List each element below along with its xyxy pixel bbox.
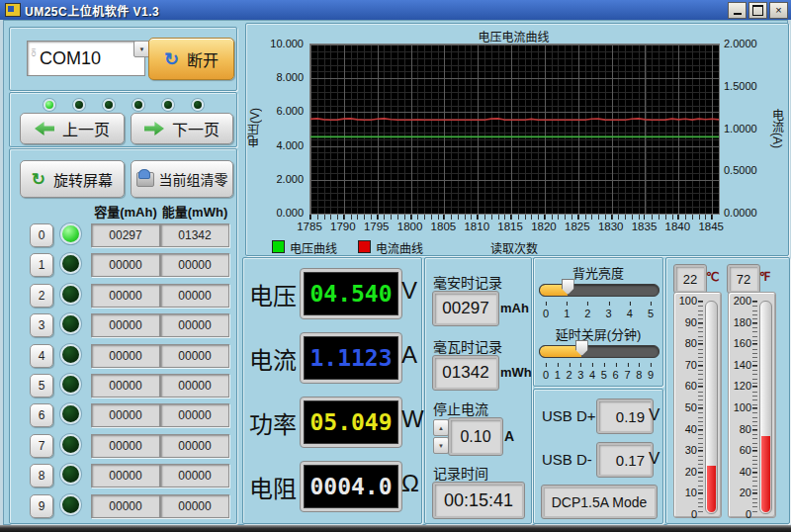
minimize-button[interactable] xyxy=(728,2,747,19)
group-index-button[interactable]: 1 xyxy=(30,253,53,277)
backlight-track[interactable] xyxy=(539,284,659,297)
current-legend-label: 电流曲线 xyxy=(376,239,423,256)
current-legend-swatch xyxy=(358,240,371,253)
backlight-ticks: 012345 xyxy=(539,302,658,321)
x-tick-label: 1845 xyxy=(698,221,724,232)
current-unit: A xyxy=(401,341,417,369)
rotate-screen-button[interactable]: ↻ 旋转屏幕 xyxy=(20,160,125,198)
capacity-value: 00000 xyxy=(91,374,160,398)
y-tick-label: 0.000 xyxy=(276,207,304,219)
spin-down-button[interactable]: ▼ xyxy=(433,437,449,454)
close-button[interactable]: × xyxy=(769,2,788,19)
current-label: 电流 xyxy=(249,341,297,376)
maximize-button[interactable] xyxy=(748,2,767,19)
window-bottom-border xyxy=(0,525,791,532)
resistance-label: 电阻 xyxy=(249,470,297,504)
group-index-button[interactable]: 5 xyxy=(30,374,53,398)
fahrenheit-mercury xyxy=(761,436,770,512)
backlight-slider[interactable] xyxy=(539,282,658,298)
mwh-record-label: 毫瓦时记录 xyxy=(433,336,502,356)
energy-value: 00000 xyxy=(160,494,229,518)
com-port-select[interactable]: I/O COM10 xyxy=(27,41,145,76)
screen-off-track[interactable] xyxy=(539,345,659,358)
capacity-value: 00000 xyxy=(91,284,160,308)
next-page-button[interactable]: 下一页 xyxy=(131,113,233,144)
arrow-left-icon xyxy=(35,122,54,135)
clear-group-label: 当前组清零 xyxy=(159,169,228,189)
resistance-display: 0004.0 xyxy=(301,462,401,511)
table-row: 30000000000 xyxy=(10,310,236,340)
thermometer-tick-label: 30 xyxy=(685,444,697,456)
slider-tick-label: 8 xyxy=(636,369,642,381)
x-tick-label: 1830 xyxy=(598,221,624,232)
group-led xyxy=(60,464,81,485)
spin-up-button[interactable]: ▲ xyxy=(433,419,449,436)
refresh-icon: ↻ xyxy=(164,50,179,68)
current-display: 1.1123 xyxy=(301,333,401,383)
right-axis-ticks: 2.00001.50001.00000.50000.0000 xyxy=(720,44,769,213)
rotate-screen-label: 旋转屏幕 xyxy=(53,169,113,190)
voltage-legend-label: 电压曲线 xyxy=(290,239,337,256)
x-tick-label: 1810 xyxy=(464,221,489,232)
mah-unit: mAh xyxy=(500,301,529,315)
group-index-button[interactable]: 8 xyxy=(30,464,53,488)
temperature-panel: 22 ℃ 72 ℉ 1009080706050403020100 2001801… xyxy=(665,257,790,524)
slider-tick-label: 9 xyxy=(648,369,654,381)
slider-tick-label: 0 xyxy=(543,308,549,319)
usb-dminus-label: USB D- xyxy=(542,451,592,468)
group-index-button[interactable]: 7 xyxy=(30,434,53,458)
slider-tick-label: 5 xyxy=(601,369,607,381)
y-tick-label: 6.000 xyxy=(276,105,304,117)
app-window: UM25C上位机软件 V1.3 × I/O COM10 ▼ ↻ 断开 xyxy=(0,0,791,532)
energy-value: 00000 xyxy=(160,374,229,398)
energy-value: 00000 xyxy=(160,253,229,277)
stop-current-field[interactable]: 0.10 xyxy=(449,418,502,455)
group-index-button[interactable]: 4 xyxy=(30,344,53,368)
group-rows: 0002970134210000000000200000000003000000… xyxy=(10,221,236,523)
y2-tick-label: 0.0000 xyxy=(724,207,757,219)
fahrenheit-display: 72 xyxy=(728,265,759,293)
disconnect-button[interactable]: ↻ 断开 xyxy=(148,38,234,80)
chart-title: 电压电流曲线 xyxy=(309,28,718,44)
slider-tick-label: 2 xyxy=(566,369,571,381)
x-tick-label: 1805 xyxy=(431,221,457,232)
prev-page-button[interactable]: 上一页 xyxy=(20,113,125,144)
group-led xyxy=(60,223,81,244)
voltage-label: 电压 xyxy=(249,277,297,311)
pager-panel: 上一页 下一页 xyxy=(9,92,237,147)
energy-value: 00000 xyxy=(160,434,229,458)
chart-series-svg xyxy=(310,44,719,214)
slider-tick-label: 2 xyxy=(584,308,590,319)
usb-dminus-unit: V xyxy=(649,449,659,469)
table-row: 00029701342 xyxy=(10,221,236,250)
clear-group-button[interactable]: 当前组清零 xyxy=(131,160,233,198)
disconnect-label: 断开 xyxy=(187,47,219,71)
group-index-button[interactable]: 0 xyxy=(30,223,53,247)
group-led xyxy=(60,253,81,274)
fahrenheit-tube xyxy=(759,301,772,514)
window-title: UM25C上位机软件 V1.3 xyxy=(25,2,159,19)
slider-tick-label: 4 xyxy=(627,308,633,319)
x-tick-label: 1790 xyxy=(330,221,356,232)
group-index-button[interactable]: 9 xyxy=(30,494,53,518)
screen-off-slider[interactable] xyxy=(539,343,658,359)
thermometer-tick-label: 60 xyxy=(685,380,697,392)
slider-tick-label: 6 xyxy=(613,369,619,381)
usb-dplus-label: USB D+ xyxy=(542,407,596,424)
thermometer-tick-label: 40 xyxy=(740,466,751,478)
series-电流曲线 xyxy=(310,119,719,120)
io-icon: I/O xyxy=(31,48,37,56)
voltage-display: 04.540 xyxy=(301,269,401,318)
group-led xyxy=(60,344,81,365)
groups-panel: ↻ 旋转屏幕 当前组清零 容量(mAh) 能量(mWh) 00029701342… xyxy=(9,148,237,524)
table-row: 90000000000 xyxy=(10,491,236,521)
group-index-button[interactable]: 6 xyxy=(30,403,53,427)
table-row: 80000000000 xyxy=(10,461,236,490)
thermometer-tick-label: 180 xyxy=(734,316,751,328)
slider-tick-label: 3 xyxy=(606,308,612,319)
y-tick-label: 8.000 xyxy=(276,71,304,83)
group-index-button[interactable]: 2 xyxy=(30,284,53,308)
charge-mode-value: DCP1.5A Mode xyxy=(552,494,648,510)
group-index-button[interactable]: 3 xyxy=(30,313,53,337)
energy-value: 00000 xyxy=(160,403,229,427)
